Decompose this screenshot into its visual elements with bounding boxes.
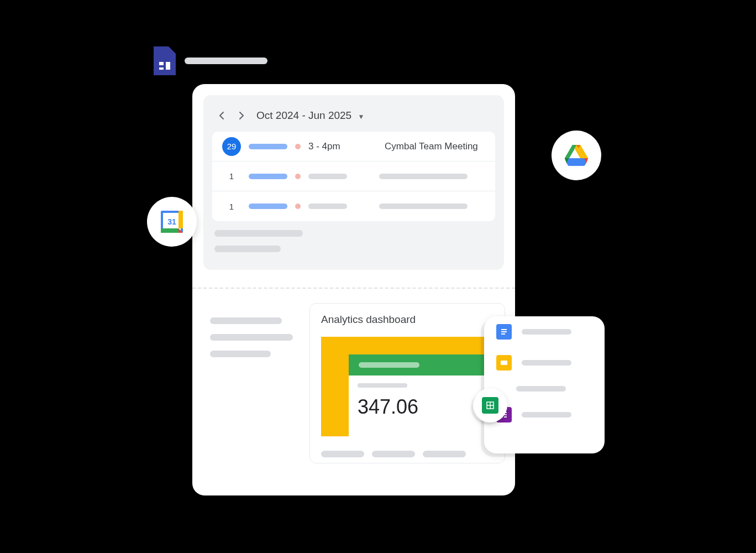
chevron-down-icon: ▼ (358, 113, 364, 121)
docs-icon (496, 324, 512, 340)
svg-rect-2 (501, 333, 505, 335)
sites-icon (154, 46, 176, 75)
analytics-title: Analytics dashboard (310, 304, 505, 333)
tab-placeholder[interactable] (423, 451, 466, 457)
event-dot-icon (295, 174, 301, 179)
time-placeholder (308, 174, 347, 179)
title-placeholder (185, 58, 267, 64)
event-chip (249, 144, 287, 149)
sheets-bubble[interactable] (473, 388, 507, 422)
event-row[interactable]: 1 (212, 191, 495, 221)
date-range[interactable]: Oct 2024 - Jun 2025 ▼ (256, 109, 364, 122)
file-types-panel (484, 316, 605, 453)
tab-placeholder[interactable] (372, 451, 415, 457)
day-badge: 29 (222, 137, 241, 156)
svg-rect-0 (501, 329, 507, 330)
event-dot-icon (295, 204, 301, 209)
event-chip (249, 174, 287, 179)
event-chip (249, 204, 287, 209)
analytics-header-bar (349, 354, 505, 375)
event-dot-icon (295, 144, 301, 149)
event-row[interactable]: 1 (212, 161, 495, 191)
calendar-header: Oct 2024 - Jun 2025 ▼ (212, 104, 495, 132)
analytics-tabs (321, 451, 466, 457)
text-placeholder (210, 351, 271, 357)
calendar-icon-day: 31 (161, 211, 183, 233)
file-label-placeholder (516, 386, 566, 392)
footer-placeholder (214, 246, 281, 252)
text-placeholders (210, 317, 293, 357)
label-placeholder (358, 383, 407, 388)
text-placeholder (210, 334, 293, 341)
sites-header (154, 46, 267, 75)
date-range-label: Oct 2024 - Jun 2025 (256, 109, 351, 121)
file-label-placeholder (522, 360, 571, 366)
prev-button[interactable] (214, 108, 229, 123)
slides-icon (496, 355, 512, 371)
title-placeholder (379, 204, 468, 209)
google-calendar-icon: 31 (161, 211, 183, 233)
analytics-card: Analytics dashboard 347.06 (309, 303, 505, 463)
footer-placeholder (214, 230, 303, 237)
tab-placeholder[interactable] (321, 451, 364, 457)
svg-rect-9 (504, 416, 507, 418)
calendar-footer (212, 221, 495, 237)
event-time: 3 - 4pm (308, 141, 353, 152)
event-title: Cymbal Team Meeting (385, 141, 478, 152)
google-drive-icon (565, 145, 588, 166)
svg-marker-14 (565, 145, 576, 158)
file-label-placeholder (522, 412, 571, 418)
calendar-block: Oct 2024 - Jun 2025 ▼ 29 3 - 4pm Cymbal … (203, 95, 504, 270)
event-list: 29 3 - 4pm Cymbal Team Meeting 1 (212, 132, 495, 221)
svg-marker-15 (566, 158, 586, 166)
time-placeholder (308, 204, 347, 209)
next-button[interactable] (234, 108, 249, 123)
divider (192, 288, 515, 289)
sheets-icon (482, 397, 498, 414)
file-label-placeholder (522, 329, 571, 335)
svg-rect-3 (501, 361, 507, 365)
text-placeholder (210, 317, 282, 324)
file-type-docs[interactable] (484, 316, 605, 347)
svg-rect-1 (501, 331, 507, 332)
file-type-slides[interactable] (484, 347, 605, 378)
day-badge: 1 (222, 197, 241, 216)
drive-app-icon[interactable] (552, 131, 601, 180)
main-card: Oct 2024 - Jun 2025 ▼ 29 3 - 4pm Cymbal … (192, 84, 515, 495)
calendar-app-icon[interactable]: 31 (147, 197, 197, 247)
title-placeholder (379, 174, 468, 179)
day-badge: 1 (222, 167, 241, 186)
event-row[interactable]: 29 3 - 4pm Cymbal Team Meeting (212, 132, 495, 161)
